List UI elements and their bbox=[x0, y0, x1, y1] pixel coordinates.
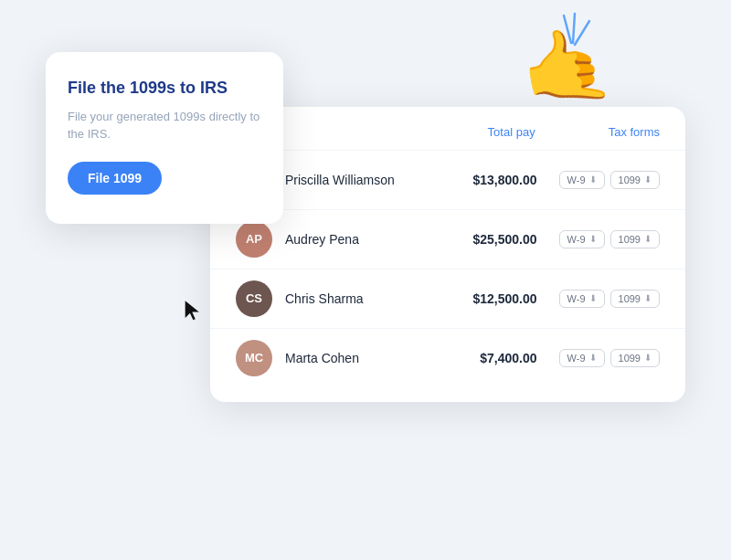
avatar: MC bbox=[236, 340, 272, 376]
download-icon: ⬇ bbox=[644, 174, 652, 185]
avatar: AP bbox=[236, 221, 272, 258]
person-name: Marta Cohen bbox=[285, 351, 446, 365]
1099-label: 1099 bbox=[619, 293, 641, 304]
file-card-description: File your generated 1099s directly to th… bbox=[68, 108, 261, 143]
w9-badge[interactable]: W-9 ⬇ bbox=[559, 290, 605, 308]
person-name: Chris Sharma bbox=[285, 291, 446, 306]
1099-badge[interactable]: 1099 ⬇ bbox=[610, 290, 660, 308]
1099-label: 1099 bbox=[619, 353, 641, 364]
hand-emoji: 🤙 bbox=[514, 17, 620, 118]
w9-badge[interactable]: W-9 ⬇ bbox=[559, 349, 605, 367]
tax-forms: W-9 ⬇ 1099 ⬇ bbox=[559, 290, 660, 308]
w9-label: W-9 bbox=[567, 234, 586, 245]
total-pay-value: $12,500.00 bbox=[446, 291, 537, 306]
total-pay-value: $13,800.00 bbox=[446, 173, 537, 187]
download-icon: ⬇ bbox=[589, 293, 597, 303]
tax-forms-header: Tax forms bbox=[609, 125, 660, 139]
file-card: File the 1099s to IRS File your generate… bbox=[46, 52, 283, 224]
download-icon: ⬇ bbox=[644, 353, 652, 363]
w9-badge[interactable]: W-9 ⬇ bbox=[559, 230, 605, 248]
1099-label: 1099 bbox=[619, 174, 641, 185]
w9-badge[interactable]: W-9 ⬇ bbox=[559, 171, 605, 189]
total-pay-value: $7,400.00 bbox=[446, 351, 537, 365]
1099-badge[interactable]: 1099 ⬇ bbox=[610, 349, 660, 367]
1099-label: 1099 bbox=[619, 234, 641, 245]
w9-label: W-9 bbox=[567, 174, 586, 185]
table-row: MC Marta Cohen $7,400.00 W-9 ⬇ 1099 ⬇ bbox=[210, 328, 685, 387]
tax-forms: W-9 ⬇ 1099 ⬇ bbox=[559, 171, 660, 189]
download-icon: ⬇ bbox=[644, 234, 652, 244]
table-row: CS Chris Sharma $12,500.00 W-9 ⬇ 1099 ⬇ bbox=[210, 269, 685, 328]
total-pay-value: $25,500.00 bbox=[446, 232, 537, 247]
1099-badge[interactable]: 1099 ⬇ bbox=[610, 230, 660, 248]
w9-label: W-9 bbox=[567, 353, 586, 364]
1099-badge[interactable]: 1099 ⬇ bbox=[610, 171, 660, 189]
person-name: Priscilla Williamson bbox=[285, 173, 446, 187]
tax-forms: W-9 ⬇ 1099 ⬇ bbox=[559, 230, 660, 248]
file-1099-button[interactable]: File 1099 bbox=[68, 162, 162, 195]
table-row: AP Audrey Pena $25,500.00 W-9 ⬇ 1099 ⬇ bbox=[210, 209, 685, 269]
download-icon: ⬇ bbox=[644, 293, 652, 303]
download-icon: ⬇ bbox=[589, 353, 597, 363]
file-card-title: File the 1099s to IRS bbox=[68, 78, 261, 99]
total-pay-header: Total pay bbox=[488, 125, 535, 139]
download-icon: ⬇ bbox=[589, 174, 597, 185]
avatar: CS bbox=[236, 280, 272, 317]
download-icon: ⬇ bbox=[589, 234, 597, 244]
person-name: Audrey Pena bbox=[285, 232, 446, 247]
w9-label: W-9 bbox=[567, 293, 586, 304]
tax-forms: W-9 ⬇ 1099 ⬇ bbox=[559, 349, 660, 367]
